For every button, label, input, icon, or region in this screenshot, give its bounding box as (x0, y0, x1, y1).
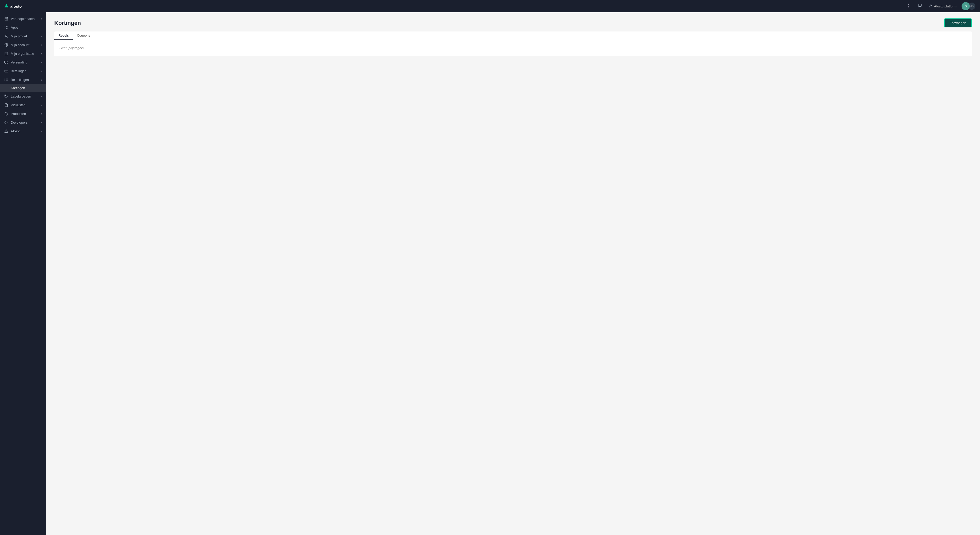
sidebar-item-verkoopkanalen[interactable]: Verkoopkanalen ▾ (0, 14, 46, 23)
svg-marker-0 (5, 4, 8, 8)
sidebar-label-betalingen: Betalingen (11, 69, 38, 73)
tab-coupons[interactable]: Coupons (73, 32, 94, 40)
help-button[interactable]: ? (904, 2, 913, 10)
sidebar-label-developers: Developers (11, 121, 38, 124)
svg-rect-7 (6, 28, 8, 29)
svg-rect-6 (5, 28, 6, 29)
empty-state: Geen prijsregels (54, 40, 972, 56)
sidebar-label-mijn-organisatie: Mijn organisatie (11, 52, 38, 56)
triangle-icon (4, 129, 8, 133)
platform-button[interactable]: Afosto platform (927, 3, 958, 10)
user-avatars[interactable]: G JS (962, 2, 976, 10)
page-title: Kortingen (54, 20, 81, 26)
svg-point-12 (5, 63, 5, 64)
chevron-icon: ▾ (41, 35, 42, 38)
chevron-icon: ▾ (41, 70, 42, 72)
building-icon (4, 51, 8, 56)
topnav-right: ? Afosto platform G (904, 2, 976, 10)
svg-rect-5 (6, 26, 8, 27)
sidebar-label-bestellingen: Bestellingen (11, 78, 38, 82)
sidebar-label-mijn-account: Mijn account (11, 43, 38, 47)
sidebar-item-developers[interactable]: Developers ▾ (0, 118, 46, 127)
sidebar-item-mijn-organisatie[interactable]: Mijn organisatie ▾ (0, 49, 46, 58)
content-area: Kortingen Toevoegen Regels Coupons Geen … (46, 12, 980, 535)
page-header: Kortingen Toevoegen (54, 18, 972, 27)
store-icon (4, 17, 8, 21)
topnav: afosto ? Afosto platform (0, 0, 980, 12)
sidebar-item-kortingen[interactable]: Kortingen (0, 84, 46, 92)
box-icon (4, 111, 8, 116)
user-icon (4, 34, 8, 38)
chevron-icon: ▾ (41, 61, 42, 64)
chevron-icon: ▾ (41, 52, 42, 55)
chevron-icon: ▾ (41, 18, 42, 20)
creditcard-icon (4, 69, 8, 73)
grid-icon (4, 25, 8, 29)
svg-point-13 (7, 63, 8, 64)
sidebar-label-kortingen: Kortingen (11, 86, 25, 90)
chevron-icon: ▾ (41, 95, 42, 98)
sidebar-item-picklijsten[interactable]: Picklijsten ▾ (0, 100, 46, 109)
tabs-bar: Regels Coupons (54, 32, 972, 40)
avatar-g[interactable]: G (962, 2, 970, 10)
sidebar-label-picklijsten: Picklijsten (11, 103, 38, 107)
chat-icon (918, 3, 922, 9)
chevron-up-icon: ▴ (41, 78, 42, 81)
chevron-icon: ▾ (41, 112, 42, 115)
file-icon (4, 103, 8, 107)
sidebar-label-producten: Producten (11, 112, 38, 116)
main-layout: Verkoopkanalen ▾ Apps Mijn profiel ▾ (0, 12, 980, 535)
logo-text: afosto (10, 4, 22, 8)
sidebar-item-afosto[interactable]: Afosto ▾ (0, 127, 46, 135)
svg-point-9 (6, 44, 6, 45)
logo[interactable]: afosto (4, 3, 22, 9)
sidebar-item-bestellingen[interactable]: Bestellingen ▴ (0, 75, 46, 84)
svg-marker-22 (5, 129, 8, 132)
chat-button[interactable] (916, 2, 924, 10)
chevron-icon: ▾ (41, 130, 42, 132)
empty-text: Geen prijsregels (59, 46, 84, 50)
sidebar-item-betalingen[interactable]: Betalingen ▾ (0, 67, 46, 75)
list-icon (4, 78, 8, 82)
sidebar-item-mijn-account[interactable]: Mijn account ▾ (0, 40, 46, 49)
topnav-left: afosto (4, 3, 22, 9)
sidebar-label-labelgroepen: Labelgroepen (11, 94, 38, 98)
sidebar-label-afosto: Afosto (11, 129, 38, 133)
sidebar-item-producten[interactable]: Producten ▾ (0, 109, 46, 118)
chevron-icon: ▾ (41, 43, 42, 46)
sidebar-label-verzending: Verzending (11, 61, 38, 64)
svg-point-20 (5, 80, 5, 81)
truck-icon (4, 60, 8, 64)
sidebar-item-apps[interactable]: Apps (0, 23, 46, 32)
svg-rect-11 (4, 61, 6, 63)
sidebar-item-verzending[interactable]: Verzending ▾ (0, 58, 46, 67)
gear-icon (4, 43, 8, 47)
sidebar-label-mijn-profiel: Mijn profiel (11, 34, 38, 38)
sidebar-item-mijn-profiel[interactable]: Mijn profiel ▾ (0, 32, 46, 40)
add-button[interactable]: Toevoegen (944, 18, 972, 27)
sidebar-label-verkoopkanalen: Verkoopkanalen (11, 17, 38, 21)
svg-point-21 (5, 95, 6, 96)
svg-rect-10 (5, 52, 8, 55)
svg-rect-4 (5, 26, 6, 27)
tab-regels[interactable]: Regels (54, 32, 73, 40)
sidebar-label-apps: Apps (11, 25, 42, 29)
tag-icon (4, 94, 8, 98)
content-inner: Kortingen Toevoegen Regels Coupons Geen … (46, 12, 980, 62)
platform-label: Afosto platform (934, 4, 956, 8)
chevron-icon: ▾ (41, 103, 42, 107)
svg-point-8 (6, 35, 7, 36)
platform-warning-icon (929, 4, 933, 8)
chevron-icon: ▾ (41, 121, 42, 124)
sidebar: Verkoopkanalen ▾ Apps Mijn profiel ▾ (0, 12, 46, 535)
svg-rect-14 (5, 70, 8, 72)
content-card: Regels Coupons Geen prijsregels (54, 32, 972, 56)
sidebar-item-labelgroepen[interactable]: Labelgroepen ▾ (0, 92, 46, 100)
code-icon (4, 120, 8, 124)
logo-icon (4, 3, 9, 9)
help-icon: ? (907, 4, 910, 8)
